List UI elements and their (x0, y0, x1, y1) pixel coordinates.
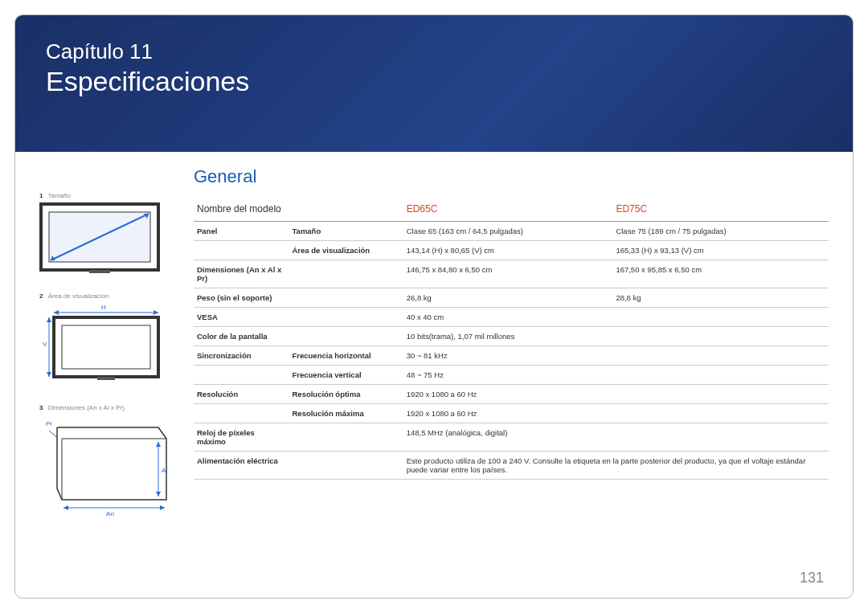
side-figures: 1 Tamaño 2 Área de (39, 166, 176, 537)
spec-subcategory: Resolución máxima (289, 404, 403, 423)
table-row: Frecuencia vertical48 ~ 75 Hz (194, 366, 829, 385)
spec-category: Peso (sin el soporte) (194, 288, 289, 308)
spec-category: Panel (194, 222, 289, 241)
spec-value-2: 28,8 kg (612, 288, 829, 308)
spec-subcategory (289, 327, 403, 346)
spec-category: Color de la pantalla (194, 327, 289, 346)
spec-subcategory (289, 308, 403, 327)
svg-rect-13 (62, 325, 150, 369)
model-label: Nombre del modelo (194, 198, 403, 222)
figure-size: 1 Tamaño (39, 192, 176, 275)
figure-size-diagram (39, 202, 176, 275)
label-pr: Pr (46, 420, 52, 427)
table-row: Dimensiones (An x Al x Pr)146,75 x 84,80… (194, 260, 829, 288)
spec-header-row: Nombre del modelo ED65C ED75C (194, 198, 829, 222)
table-row: Color de la pantalla10 bits(trama), 1,07… (194, 327, 829, 346)
table-row: VESA40 x 40 cm (194, 308, 829, 327)
spec-value: 40 x 40 cm (403, 308, 829, 327)
spec-subcategory: Frecuencia vertical (289, 366, 403, 385)
content-area: 1 Tamaño 2 Área de (15, 152, 853, 537)
spec-subcategory: Área de visualización (289, 241, 403, 260)
model-col-1: ED65C (403, 198, 613, 222)
spec-value-1: 143,14 (H) x 80,65 (V) cm (403, 241, 613, 260)
spec-value-1: Clase 65 (163 cm / 64,5 pulgadas) (403, 222, 613, 241)
spec-subcategory (289, 288, 403, 308)
spec-value-1: 146,75 x 84,80 x 6,50 cm (403, 260, 613, 288)
svg-marker-8 (154, 310, 158, 315)
main-column: General Nombre del modelo ED65C ED75C Pa… (194, 166, 829, 537)
spec-body: PanelTamañoClase 65 (163 cm / 64,5 pulga… (194, 222, 829, 480)
page-frame: Capítulo 11 Especificaciones 1 Tamaño (14, 14, 854, 599)
spec-value: Este producto utiliza de 100 a 240 V. Co… (403, 452, 829, 480)
model-col-2: ED75C (612, 198, 829, 222)
spec-value: 48 ~ 75 Hz (403, 366, 829, 385)
svg-rect-14 (97, 377, 115, 380)
fig3-label: Dimensiones (An x Al x Pr) (48, 404, 125, 411)
spec-value-2: 165,33 (H) x 93,13 (V) cm (612, 241, 829, 260)
spec-subcategory (289, 452, 403, 480)
spec-category (194, 241, 289, 260)
fig3-num: 3 (39, 404, 43, 411)
fig2-num: 2 (39, 292, 43, 300)
table-row: Alimentación eléctricaEste producto util… (194, 452, 829, 480)
spec-category (194, 404, 289, 423)
spec-category: VESA (194, 308, 289, 327)
figure-caption-1: 1 Tamaño (39, 192, 176, 199)
svg-marker-11 (47, 372, 51, 377)
label-an: An (106, 510, 114, 517)
table-row: Peso (sin el soporte)26,8 kg28,8 kg (194, 288, 829, 308)
fig1-num: 1 (39, 192, 43, 199)
figure-dimensions: 3 Dimensiones (An x Al x Pr) Pr Al (39, 404, 176, 519)
spec-value: 1920 x 1080 a 60 Hz (403, 385, 829, 404)
spec-subcategory (289, 423, 403, 452)
chapter-title: Especificaciones (46, 66, 822, 97)
spec-value-2: 167,50 x 95,85 x 6,50 cm (612, 260, 829, 288)
spec-subcategory: Frecuencia horizontal (289, 346, 403, 366)
spec-category: Dimensiones (An x Al x Pr) (194, 260, 289, 288)
table-row: Resolución máxima1920 x 1080 a 60 Hz (194, 404, 829, 423)
spec-value: 1920 x 1080 a 60 Hz (403, 404, 829, 423)
figure-display-area: 2 Área de visualización H V (39, 292, 176, 386)
section-title: General (194, 166, 829, 187)
svg-rect-5 (89, 270, 110, 273)
svg-marker-7 (54, 310, 59, 315)
svg-marker-20 (63, 505, 68, 510)
spec-value: 30 ~ 81 kHz (403, 346, 829, 366)
label-v: V (43, 341, 47, 348)
spec-table: Nombre del modelo ED65C ED75C PanelTamañ… (194, 198, 829, 480)
svg-marker-10 (47, 317, 51, 322)
spec-value: 148,5 MHz (analógica, digital) (403, 423, 829, 452)
table-row: Área de visualización143,14 (H) x 80,65 … (194, 241, 829, 260)
table-row: PanelTamañoClase 65 (163 cm / 64,5 pulga… (194, 222, 829, 241)
spec-category: Resolución (194, 385, 289, 404)
spec-subcategory: Resolución óptima (289, 385, 403, 404)
fig1-label: Tamaño (48, 192, 71, 199)
spec-subcategory: Tamaño (289, 222, 403, 241)
fig2-label: Área de visualización (48, 292, 109, 300)
table-row: ResoluciónResolución óptima1920 x 1080 a… (194, 385, 829, 404)
chapter-header: Capítulo 11 Especificaciones (15, 15, 853, 152)
spec-value-2: Clase 75 (189 cm / 75 pulgadas) (612, 222, 829, 241)
table-row: SincronizaciónFrecuencia horizontal30 ~ … (194, 346, 829, 366)
figure-caption-2: 2 Área de visualización (39, 292, 176, 300)
spec-category: Reloj de píxeles máximo (194, 423, 289, 452)
page-number: 131 (800, 570, 824, 586)
label-al: Al (162, 467, 167, 474)
spec-value: 10 bits(trama), 1,07 mil millones (403, 327, 829, 346)
figure-dim-diagram: Pr Al An (39, 415, 176, 519)
figure-area-diagram: H V (39, 303, 176, 386)
spec-category: Sincronización (194, 346, 289, 366)
spec-value-1: 26,8 kg (403, 288, 613, 308)
label-h: H (101, 304, 106, 311)
spec-subcategory (289, 260, 403, 288)
svg-marker-21 (160, 505, 165, 510)
spec-category: Alimentación eléctrica (194, 452, 289, 480)
table-row: Reloj de píxeles máximo148,5 MHz (analóg… (194, 423, 829, 452)
spec-category (194, 366, 289, 385)
figure-caption-3: 3 Dimensiones (An x Al x Pr) (39, 404, 176, 411)
chapter-number: Capítulo 11 (46, 39, 822, 64)
